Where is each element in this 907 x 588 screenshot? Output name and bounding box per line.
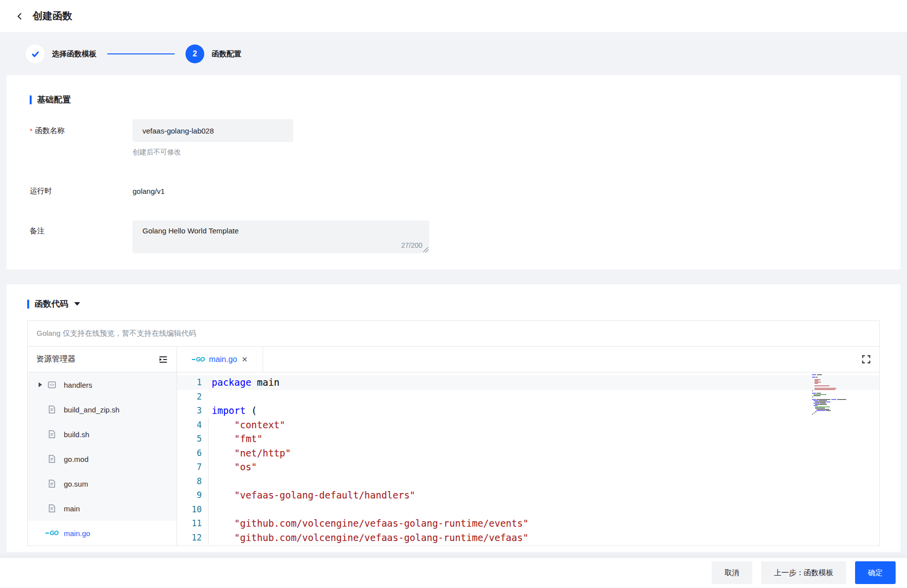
indent-guide (208, 417, 209, 544)
back-chevron-icon (15, 12, 24, 21)
check-icon (31, 50, 40, 58)
go-file-icon: GO (192, 356, 205, 363)
go-icon: GO (47, 528, 57, 538)
code-line-5: 5 "fmt" (177, 432, 879, 446)
step-1-label: 选择函数模板 (52, 49, 96, 59)
code-lines: 1package main23import (4 "context"5 "fmt… (177, 375, 879, 546)
description-row: 备注 Golang Hello World Template 27/200 (30, 221, 877, 253)
file-item-main.go[interactable]: GOmain.go (28, 521, 177, 545)
file-icon (47, 454, 57, 464)
code-line-3: 3import ( (177, 404, 879, 418)
section-accent-bar (27, 300, 29, 309)
code-region[interactable]: 1package main23import (4 "context"5 "fmt… (177, 372, 879, 546)
step-1-circle (26, 45, 45, 63)
file-icon (47, 479, 57, 489)
description-label: 备注 (30, 221, 133, 253)
code-line-9: 9 "vefaas-golang-default/handlers" (177, 488, 879, 502)
section-accent-bar (30, 95, 32, 104)
function-name-label: 函数名称 (35, 126, 65, 136)
file-name: build_and_zip.sh (64, 406, 120, 414)
code-line-6: 6 "net/http" (177, 446, 879, 460)
file-name: build.sh (64, 430, 90, 439)
code-line-1: 1package main (177, 375, 879, 390)
step-2-label: 函数配置 (212, 49, 241, 59)
basic-config-title: 基础配置 (37, 94, 71, 105)
editor-tab-bar: GO main.go ✕ (177, 347, 879, 372)
step-2-function-config: 2 函数配置 (185, 45, 241, 63)
code-line-7: 7 "os" (177, 460, 879, 474)
tab-label: main.go (209, 355, 237, 364)
file-item-build_and_zip.sh[interactable]: build_and_zip.sh (28, 397, 177, 422)
expand-arrow-icon[interactable] (39, 382, 42, 387)
minimap[interactable] (812, 373, 857, 417)
cancel-button[interactable]: 取消 (712, 561, 752, 584)
code-editor: GO main.go ✕ 1package main23import (4 "c… (177, 347, 879, 546)
description-char-counter: 27/200 (401, 241, 422, 249)
previous-step-button[interactable]: 上一步：函数模板 (761, 561, 846, 584)
collapse-section-caret-icon[interactable] (74, 302, 80, 306)
file-name: main (64, 504, 80, 513)
confirm-button[interactable]: 确定 (855, 561, 896, 584)
file-name: go.sum (64, 480, 88, 488)
code-line-10: 10 (177, 502, 879, 517)
function-code-card: 函数代码 Golang 仅支持在线预览，暂不支持在线编辑代码 资源管理器 (6, 284, 901, 552)
code-line-11: 11 "github.com/volcengine/vefaas-golang-… (177, 516, 879, 531)
file-item-handlers[interactable]: <>handlers (28, 372, 177, 397)
code-body: 资源管理器 <>handlersbuild_and_zip.shbuild.sh… (28, 347, 879, 546)
file-item-go.mod[interactable]: go.mod (28, 447, 177, 471)
fullscreen-icon[interactable] (862, 355, 871, 364)
step-1-select-template[interactable]: 选择函数模板 (26, 45, 96, 63)
step-connector (107, 53, 175, 54)
step-2-circle: 2 (185, 45, 204, 63)
explorer-title: 资源管理器 (36, 354, 76, 364)
description-textarea[interactable]: Golang Hello World Template (133, 221, 429, 242)
folder-code-icon: <> (47, 380, 57, 390)
file-name: main.go (64, 529, 90, 538)
explorer-header: 资源管理器 (28, 347, 177, 372)
code-line-4: 4 "context" (177, 418, 879, 432)
basic-config-section-head: 基础配置 (30, 94, 877, 105)
file-name: handlers (64, 381, 92, 389)
textarea-resize-handle[interactable] (423, 247, 428, 252)
file-item-go.sum[interactable]: go.sum (28, 471, 177, 496)
file-name: go.mod (64, 455, 89, 463)
tab-main-go[interactable]: GO main.go ✕ (177, 347, 263, 372)
required-asterisk: * (30, 127, 33, 135)
collapse-explorer-icon[interactable] (158, 354, 169, 365)
basic-config-card: 基础配置 * 函数名称 创建后不可修改 运行时 golang/v1 备注 Gol… (6, 75, 901, 270)
back-button[interactable] (13, 9, 27, 23)
file-item-main[interactable]: main (28, 496, 177, 521)
file-item-build.sh[interactable]: build.sh (28, 422, 177, 447)
page-title: 创建函数 (33, 9, 72, 23)
runtime-row: 运行时 golang/v1 (30, 186, 877, 196)
svg-text:<>: <> (49, 383, 54, 387)
file-icon (47, 405, 57, 414)
wizard-steps: 选择函数模板 2 函数配置 (0, 33, 907, 75)
file-list: <>handlersbuild_and_zip.shbuild.shgo.mod… (28, 372, 177, 546)
runtime-value: golang/v1 (133, 186, 165, 196)
file-icon (47, 429, 57, 439)
page-header: 创建函数 (0, 0, 907, 33)
runtime-label: 运行时 (30, 186, 133, 196)
footer-action-bar: 取消 上一步：函数模板 确定 (0, 558, 907, 588)
code-preview-panel: Golang 仅支持在线预览，暂不支持在线编辑代码 资源管理器 <>ha (27, 320, 880, 546)
code-line-12: 12 "github.com/volcengine/vefaas-golang-… (177, 531, 879, 545)
function-name-label-wrap: * 函数名称 (30, 119, 133, 142)
function-name-hint: 创建后不可修改 (133, 148, 293, 157)
description-textarea-wrap: Golang Hello World Template 27/200 (133, 221, 429, 253)
tab-close-icon[interactable]: ✕ (242, 356, 248, 363)
function-name-input[interactable] (133, 119, 293, 142)
function-name-row: * 函数名称 创建后不可修改 (30, 119, 877, 157)
code-notice: Golang 仅支持在线预览，暂不支持在线编辑代码 (28, 321, 879, 347)
file-icon (47, 503, 57, 513)
code-line-2: 2 (177, 390, 879, 404)
file-explorer: 资源管理器 <>handlersbuild_and_zip.shbuild.sh… (28, 347, 177, 546)
function-code-section-head: 函数代码 (27, 298, 880, 310)
code-line-13: 13) (177, 544, 879, 546)
function-code-title: 函数代码 (35, 298, 68, 310)
code-line-8: 8 (177, 474, 879, 489)
